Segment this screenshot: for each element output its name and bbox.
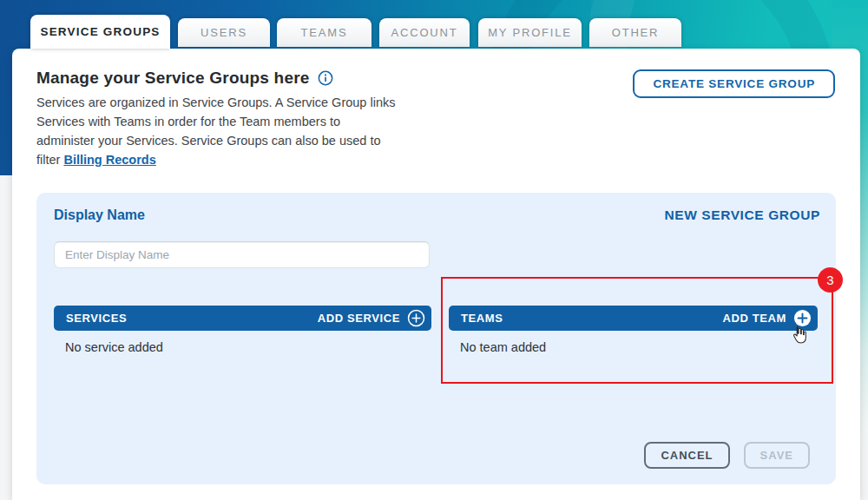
tab-service-groups[interactable]: SERVICE GROUPS (30, 15, 170, 49)
page-description: Services are organized in Service Groups… (36, 93, 395, 169)
services-section: SERVICES ADD SERVICE No service added (54, 306, 431, 354)
services-empty-text: No service added (65, 340, 431, 354)
service-group-form-panel: Display Name NEW SERVICE GROUP SERVICES … (36, 193, 836, 484)
add-team-label: ADD TEAM (723, 312, 786, 325)
main-card: Manage your Service Groups here Services… (12, 49, 860, 500)
tab-teams[interactable]: TEAMS (277, 18, 372, 47)
teams-section: TEAMS ADD TEAM No team added (449, 306, 818, 354)
add-service-button[interactable]: ADD SERVICE (318, 309, 425, 327)
panel-title: NEW SERVICE GROUP (664, 207, 820, 223)
tab-users[interactable]: USERS (178, 18, 270, 47)
description-line: Services are organized in Service Groups… (36, 93, 395, 112)
teams-bar: TEAMS ADD TEAM (449, 306, 818, 331)
description-line: Services with Teams in order for the Tea… (36, 112, 395, 131)
panel-header: Display Name NEW SERVICE GROUP (54, 207, 820, 223)
page-title: Manage your Service Groups here (36, 69, 310, 88)
tab-account[interactable]: ACCOUNT (379, 18, 470, 47)
header-title-row: Manage your Service Groups here (36, 69, 333, 88)
add-team-button[interactable]: ADD TEAM (723, 309, 812, 327)
services-bar: SERVICES ADD SERVICE (54, 306, 431, 331)
description-line: administer your Services. Service Groups… (36, 131, 395, 150)
tab-other[interactable]: OTHER (589, 18, 681, 47)
tab-my-profile[interactable]: MY PROFILE (478, 18, 582, 47)
save-button[interactable]: SAVE (744, 442, 810, 469)
add-service-label: ADD SERVICE (318, 312, 400, 325)
description-line-prefix: filter (36, 153, 63, 167)
teams-header-label: TEAMS (461, 312, 503, 325)
cancel-button[interactable]: CANCEL (644, 442, 729, 469)
create-service-group-button[interactable]: CREATE SERVICE GROUP (633, 69, 835, 98)
form-actions: CANCEL SAVE (644, 442, 810, 469)
teams-empty-text: No team added (460, 340, 818, 354)
display-name-label: Display Name (54, 207, 145, 223)
annotation-step-badge: 3 (818, 267, 843, 293)
billing-records-link[interactable]: Billing Records (63, 153, 155, 167)
display-name-input[interactable] (54, 241, 430, 268)
info-icon[interactable] (318, 70, 333, 86)
plus-circle-icon (407, 309, 425, 327)
description-line: filter Billing Records (36, 150, 395, 169)
plus-circle-icon-hover (793, 309, 812, 327)
services-header-label: SERVICES (66, 312, 127, 325)
